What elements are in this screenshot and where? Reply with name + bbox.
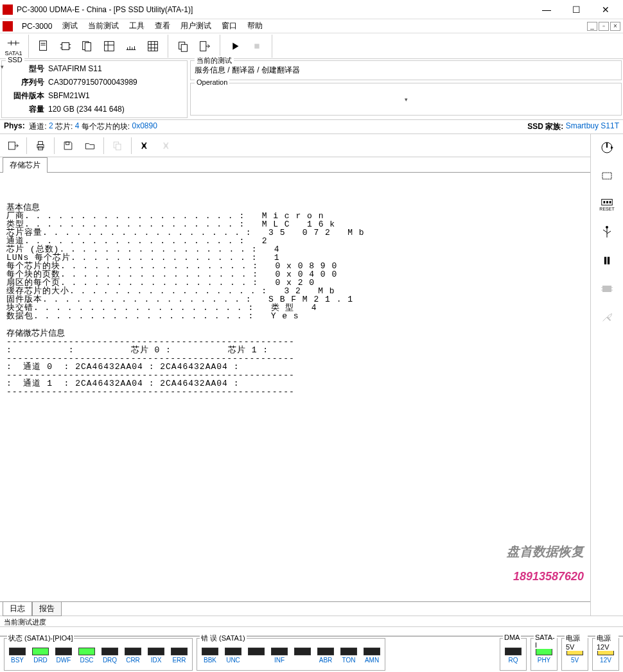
svg-rect-21 (148, 41, 158, 51)
phys-blocks: 0x0890 (132, 121, 157, 132)
led-label: UNC (226, 657, 240, 664)
side-reset-icon[interactable]: RESET (597, 194, 617, 214)
svg-rect-3 (40, 40, 47, 50)
tb-exit-icon[interactable] (194, 35, 216, 57)
led-ABR: ABR (315, 648, 336, 669)
operation-dropdown[interactable]: ▾ (405, 96, 408, 103)
minimize-button[interactable]: — (532, 1, 561, 19)
led-ERR: ERR (169, 648, 189, 669)
menu-tools[interactable]: 工具 (124, 19, 150, 33)
led-indicator (294, 648, 311, 655)
svg-rect-28 (200, 41, 206, 51)
tb-ruler-icon[interactable] (120, 35, 142, 57)
tb2-open-icon[interactable] (80, 136, 100, 155)
led-indicator (271, 648, 288, 655)
led-DRQ: DRQ (100, 648, 120, 669)
ssd-info-box: ▾ SSD 型号SATAFIRM S11 序列号CA3D077915070004… (1, 60, 188, 118)
mdi-minimize[interactable]: _ (587, 22, 597, 31)
menu-test[interactable]: 测试 (57, 19, 83, 33)
menu-window[interactable]: 窗口 (216, 19, 242, 33)
tb-chip-icon[interactable] (55, 35, 76, 57)
progress-row: 当前测试进度 (0, 616, 623, 627)
info-row: ▾ SSD 型号SATAFIRM S11 序列号CA3D077915070004… (0, 59, 623, 120)
mdi-restore[interactable]: ▫ (599, 22, 609, 31)
led-indicator (505, 648, 522, 655)
ssd-serial: CA3D0779150700043989 (48, 77, 137, 88)
menu-pc3000[interactable]: PC-3000 (17, 21, 57, 32)
side-chip-icon[interactable] (597, 166, 617, 185)
led-label: ABR (319, 657, 333, 664)
svg-rect-39 (602, 173, 611, 179)
mdi-close[interactable]: × (610, 22, 620, 31)
side-chip2-icon[interactable] (597, 279, 617, 298)
led-label: CRR (126, 657, 140, 664)
status-group-satai: SATA-I PHY (531, 638, 557, 671)
led-label: DWF (57, 657, 71, 664)
svg-rect-33 (39, 146, 43, 150)
menu-help[interactable]: 帮助 (242, 19, 268, 33)
sata-port-button[interactable]: SATA1 (3, 35, 24, 57)
mdi-controls: _ ▫ × (587, 22, 620, 31)
status-group-error: 错 误 (SATA1) BBKUNCINFABRTONAMN (197, 638, 385, 671)
led-indicator (317, 648, 334, 655)
tb-stop-icon[interactable] (246, 35, 268, 57)
tb-play-icon[interactable] (224, 35, 246, 57)
menu-current-test[interactable]: 当前测试 (83, 19, 124, 33)
led-label: DRD (33, 657, 48, 664)
svg-point-45 (606, 226, 608, 228)
tab-report[interactable]: 报告 (32, 602, 62, 616)
tb2-save-icon[interactable] (58, 136, 78, 155)
close-button[interactable]: ✕ (591, 1, 620, 19)
tb-doc-icon[interactable] (33, 35, 55, 57)
led-DRD: DRD (30, 648, 51, 669)
tab-storage-chip[interactable]: 存储芯片 (3, 157, 48, 173)
svg-rect-32 (39, 141, 43, 144)
status-group-12v: 电源 12V 12V (592, 638, 619, 671)
tb2-find-icon[interactable] (135, 136, 155, 155)
tb-copy-icon[interactable] (172, 35, 194, 57)
side-power-icon[interactable] (597, 138, 617, 157)
ssd-firmware: SBFM21W1 (48, 90, 90, 101)
led-indicator (340, 648, 357, 655)
led-blank (292, 648, 313, 669)
led-indicator (78, 648, 95, 655)
watermark: 盘首数据恢复 18913587620 (507, 531, 584, 598)
led-indicator (101, 648, 118, 655)
led-indicator (171, 648, 188, 655)
phys-channel: 2 (49, 121, 53, 132)
bottom-tabs: 日志 报告 (0, 601, 590, 616)
content-pane: 基本信息 厂商. . . . . . . . . . . . . . . . .… (0, 173, 590, 601)
tb2-find-next-icon[interactable] (157, 136, 177, 155)
led-BBK: BBK (200, 648, 220, 669)
main-area: 存储芯片 基本信息 厂商. . . . . . . . . . . . . . … (0, 134, 623, 616)
side-tools-icon[interactable] (597, 307, 617, 327)
tb2-print-icon[interactable] (30, 136, 51, 155)
led-indicator (248, 648, 265, 655)
led-label: DRQ (103, 657, 117, 664)
side-pause-icon[interactable] (597, 251, 617, 270)
led-label: BSY (11, 657, 24, 664)
status-footer: 状态 (SATA1)-[PIO4] BSYDRDDWFDSCDRQCRRIDXE… (0, 636, 623, 672)
menu-view[interactable]: 查看 (150, 19, 175, 33)
tb-grid-icon[interactable] (142, 35, 164, 57)
led-INF: INF (269, 648, 290, 669)
maximize-button[interactable]: ☐ (561, 1, 591, 19)
svg-rect-29 (254, 44, 259, 48)
led-label: ERR (172, 657, 186, 664)
app-icon (3, 4, 13, 15)
tb2-copy-icon[interactable] (107, 136, 128, 155)
tb2-export-icon[interactable] (3, 136, 23, 155)
status-group-5v: 电源 5V 5V (561, 638, 588, 671)
ssd-dropdown-arrow[interactable]: ▾ (1, 64, 4, 70)
side-usb-icon[interactable] (597, 223, 617, 242)
menu-user-test[interactable]: 用户测试 (175, 19, 216, 33)
svg-rect-42 (606, 201, 608, 203)
led-CRR: CRR (123, 648, 143, 669)
content-tabs: 存储芯片 (0, 157, 590, 173)
tb-pages-icon[interactable] (76, 35, 98, 57)
ssd-model: SATAFIRM S11 (48, 64, 102, 74)
phys-chip: 4 (75, 121, 80, 132)
tab-log[interactable]: 日志 (3, 602, 32, 616)
svg-rect-36 (116, 144, 121, 150)
tb-table-icon[interactable] (98, 35, 120, 57)
